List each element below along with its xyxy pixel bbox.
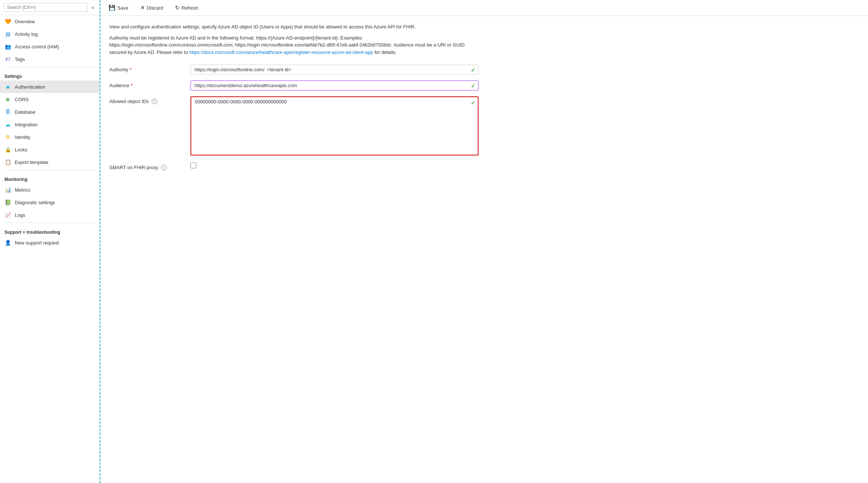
discard-button[interactable]: ✕ Discard bbox=[138, 3, 165, 13]
metrics-icon: 📊 bbox=[4, 186, 11, 193]
nav-access-control-label: Access control (IAM) bbox=[15, 44, 59, 49]
sidebar: « 🧡 Overview ▤ Activity log 👥 Access con… bbox=[0, 0, 100, 483]
description-line1: View and configure authentication settin… bbox=[109, 23, 478, 31]
nav-metrics-label: Metrics bbox=[15, 187, 30, 193]
nav-integration-label: Integration bbox=[15, 122, 37, 127]
nav-identity-label: Identity bbox=[15, 134, 30, 140]
nav-new-support[interactable]: 👤 New support request bbox=[0, 236, 99, 249]
audience-check-icon: ✓ bbox=[471, 82, 476, 89]
new-support-icon: 👤 bbox=[4, 239, 11, 246]
settings-section-header: Settings bbox=[0, 69, 99, 80]
activity-log-icon: ▤ bbox=[4, 31, 11, 37]
nav-export-template-label: Export template bbox=[15, 160, 48, 165]
nav-integration[interactable]: ☁ Integration bbox=[0, 118, 99, 131]
cors-icon: ⊕ bbox=[4, 96, 11, 103]
allowed-object-ids-input-wrap: 00000000-0000-0000-0000-000000000000 ✓ bbox=[191, 96, 478, 157]
overview-icon: 🧡 bbox=[4, 18, 11, 25]
export-template-icon: 📋 bbox=[4, 159, 11, 165]
nav-database-label: Database bbox=[15, 109, 35, 115]
refresh-button[interactable]: ↻ Refresh bbox=[173, 3, 201, 13]
authority-input-wrap: ✓ bbox=[191, 65, 478, 75]
nav-overview[interactable]: 🧡 Overview bbox=[0, 15, 99, 28]
nav-tags[interactable]: 🏷 Tags bbox=[0, 53, 99, 65]
nav-tags-label: Tags bbox=[15, 56, 25, 62]
nav-identity[interactable]: ⚙ Identity bbox=[0, 131, 99, 143]
nav-activity-log[interactable]: ▤ Activity log bbox=[0, 28, 99, 40]
authority-row: Authority * ✓ bbox=[109, 65, 478, 75]
discard-label: Discard bbox=[147, 5, 163, 11]
search-bar: « bbox=[0, 0, 99, 15]
diagnostic-settings-icon: 📗 bbox=[4, 199, 11, 206]
description-text-after-link: for details. bbox=[373, 49, 397, 55]
smart-proxy-checkbox[interactable] bbox=[191, 162, 196, 168]
authority-label: Authority * bbox=[109, 65, 183, 72]
allowed-object-ids-label: Allowed object IDs i bbox=[109, 96, 183, 104]
audience-label: Audience * bbox=[109, 80, 183, 88]
nav-logs[interactable]: 📈 Logs bbox=[0, 209, 99, 221]
form-section: Authority * ✓ Audience * ✓ bbox=[109, 65, 478, 170]
allowed-object-ids-row: Allowed object IDs i 00000000-0000-0000-… bbox=[109, 96, 478, 157]
content-area: View and configure authentication settin… bbox=[100, 16, 868, 483]
nav-database[interactable]: 🗄 Database bbox=[0, 106, 99, 118]
refresh-label: Refresh bbox=[182, 5, 199, 11]
identity-icon: ⚙ bbox=[4, 134, 11, 140]
save-label: Save bbox=[117, 5, 128, 11]
nav-diagnostic-settings[interactable]: 📗 Diagnostic settings bbox=[0, 196, 99, 209]
smart-proxy-row: SMART on FHIR proxy i bbox=[109, 162, 478, 170]
nav-diagnostic-settings-label: Diagnostic settings bbox=[15, 200, 55, 205]
nav-logs-label: Logs bbox=[15, 212, 25, 218]
refresh-icon: ↻ bbox=[175, 4, 180, 11]
nav-authentication-label: Authentication bbox=[15, 84, 45, 90]
tags-icon: 🏷 bbox=[4, 56, 11, 62]
support-section-header: Support + troubleshooting bbox=[0, 225, 99, 236]
search-input[interactable] bbox=[4, 3, 88, 12]
monitoring-section-header: Monitoring bbox=[0, 172, 99, 184]
allowed-object-ids-textarea[interactable]: 00000000-0000-0000-0000-000000000000 bbox=[191, 96, 478, 155]
toolbar: 💾 Save ✕ Discard ↻ Refresh bbox=[100, 0, 868, 16]
main-panel: 💾 Save ✕ Discard ↻ Refresh View and conf… bbox=[100, 0, 868, 483]
access-control-icon: 👥 bbox=[4, 43, 11, 50]
nav-locks[interactable]: 🔒 Locks bbox=[0, 143, 99, 156]
smart-proxy-checkbox-wrap bbox=[191, 162, 196, 168]
nav-metrics[interactable]: 📊 Metrics bbox=[0, 184, 99, 196]
allowed-object-ids-check-icon: ✓ bbox=[471, 99, 476, 106]
nav-locks-label: Locks bbox=[15, 147, 27, 153]
audience-row: Audience * ✓ bbox=[109, 80, 478, 90]
logs-icon: 📈 bbox=[4, 212, 11, 218]
description-line2: Authority must be registered to Azure AD… bbox=[109, 34, 478, 56]
save-button[interactable]: 💾 Save bbox=[106, 3, 131, 13]
nav-cors-label: CORS bbox=[15, 97, 29, 102]
nav-export-template[interactable]: 📋 Export template bbox=[0, 156, 99, 168]
nav-authentication[interactable]: ◈ Authentication bbox=[0, 80, 99, 93]
locks-icon: 🔒 bbox=[4, 146, 11, 153]
nav-cors[interactable]: ⊕ CORS bbox=[0, 93, 99, 106]
authority-check-icon: ✓ bbox=[471, 66, 476, 73]
audience-input[interactable] bbox=[191, 80, 478, 90]
audience-required: * bbox=[131, 83, 133, 88]
audience-input-wrap: ✓ bbox=[191, 80, 478, 90]
authority-required: * bbox=[130, 67, 131, 72]
authentication-icon: ◈ bbox=[4, 83, 11, 90]
nav-overview-label: Overview bbox=[15, 19, 35, 24]
nav-access-control[interactable]: 👥 Access control (IAM) bbox=[0, 40, 99, 53]
integration-icon: ☁ bbox=[4, 121, 11, 128]
smart-proxy-info-icon[interactable]: i bbox=[161, 165, 167, 170]
discard-icon: ✕ bbox=[140, 4, 145, 11]
allowed-object-ids-info-icon[interactable]: i bbox=[152, 99, 157, 104]
nav-new-support-label: New support request bbox=[15, 240, 59, 246]
docs-link[interactable]: https://docs.microsoft.com/azure/healthc… bbox=[189, 49, 373, 55]
smart-proxy-label: SMART on FHIR proxy i bbox=[109, 162, 183, 170]
nav-activity-log-label: Activity log bbox=[15, 31, 38, 37]
save-icon: 💾 bbox=[109, 4, 116, 11]
database-icon: 🗄 bbox=[4, 109, 11, 115]
collapse-button[interactable]: « bbox=[90, 4, 96, 11]
authority-input[interactable] bbox=[191, 65, 478, 75]
